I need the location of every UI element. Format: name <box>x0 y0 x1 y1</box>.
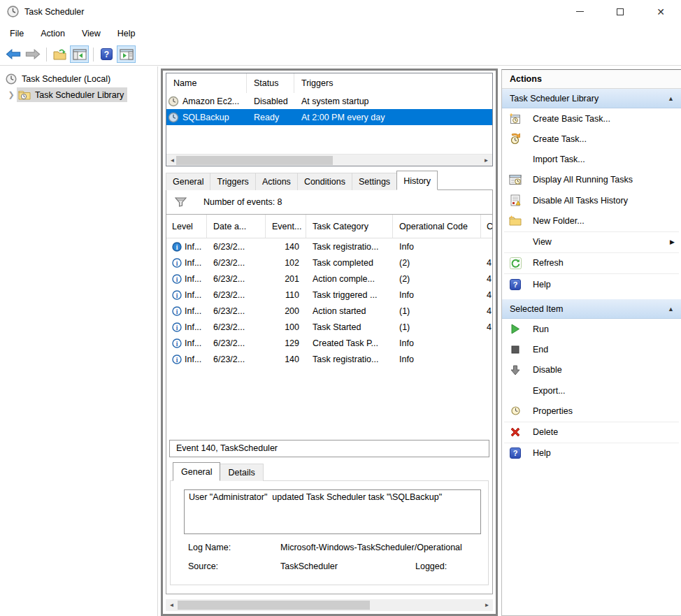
tab-conditions[interactable]: Conditions <box>297 173 352 190</box>
event-opcode: Info <box>393 242 481 252</box>
menu-view[interactable]: View <box>73 26 109 41</box>
column-header-status[interactable]: Status <box>247 73 294 93</box>
task-list-hscrollbar[interactable]: ◄ ► <box>166 154 492 166</box>
end-icon <box>509 343 522 356</box>
column-header-correlation[interactable]: C <box>481 215 492 238</box>
task-row-amazon[interactable]: Amazon Ec2... Disabled At system startup <box>166 93 492 109</box>
event-row[interactable]: iInf...6/23/2...110Task triggered ...Inf… <box>166 287 492 303</box>
menu-help[interactable]: Help <box>109 26 144 41</box>
task-triggers: At 2:00 PM every day <box>294 113 492 122</box>
tab-actions[interactable]: Actions <box>255 173 298 190</box>
scroll-right-arrow[interactable]: ► <box>480 155 492 166</box>
column-header-level[interactable]: Level <box>166 215 207 238</box>
log-name-label: Log Name: <box>188 543 280 552</box>
action-label: Display All Running Tasks <box>533 175 681 185</box>
show-console-tree-button[interactable] <box>70 45 89 63</box>
event-general-pane: User "Administrator" updated Task Schedu… <box>170 480 489 585</box>
event-date: 6/23/2... <box>207 274 266 284</box>
action-end[interactable]: End <box>502 340 681 360</box>
action-disable[interactable]: Disable <box>502 360 681 380</box>
column-header-task-category[interactable]: Task Category <box>306 215 393 238</box>
action-display-all-running-tasks[interactable]: Display All Running Tasks <box>502 170 681 190</box>
event-message-box[interactable]: User "Administrator" updated Task Schedu… <box>184 489 481 534</box>
tab-settings[interactable]: Settings <box>352 173 397 190</box>
expand-chevron-icon[interactable]: ❯ <box>6 90 17 99</box>
minimize-button[interactable] <box>559 0 600 23</box>
menu-action[interactable]: Action <box>32 26 73 41</box>
event-level: Inf... <box>185 242 201 252</box>
event-row[interactable]: iInf...6/23/2...129Created Task P...Info <box>166 335 492 351</box>
forward-button[interactable] <box>23 45 42 63</box>
task-scheduler-icon <box>6 73 17 85</box>
action-help[interactable]: ? Help <box>502 274 681 294</box>
event-row[interactable]: iInf...6/23/2...140Task registratio...In… <box>166 238 492 255</box>
action-help-selected[interactable]: ? Help <box>502 443 681 464</box>
action-label: Help <box>533 280 681 289</box>
action-label: Delete <box>533 427 681 437</box>
event-task-category: Action comple... <box>306 274 393 284</box>
maximize-button[interactable] <box>600 0 640 23</box>
tab-event-details[interactable]: Details <box>220 464 263 481</box>
submenu-arrow-icon: ▶ <box>670 238 681 245</box>
scroll-left-arrow[interactable]: ◄ <box>166 599 178 611</box>
tree-item-task-scheduler-local[interactable]: Task Scheduler (Local) <box>0 71 157 86</box>
event-row[interactable]: iInf...6/23/2...100Task Started(1)4 <box>166 319 492 335</box>
close-button[interactable]: ✕ <box>640 0 681 23</box>
collapse-arrow-icon[interactable]: ▲ <box>668 306 674 313</box>
scroll-right-arrow[interactable]: ► <box>481 599 493 611</box>
action-label: Disable All Tasks History <box>533 196 681 206</box>
column-header-triggers[interactable]: Triggers <box>294 73 492 93</box>
show-action-pane-button[interactable] <box>117 45 136 63</box>
action-disable-all-tasks-history[interactable]: Disable All Tasks History <box>502 190 681 210</box>
scroll-thumb[interactable] <box>176 156 333 165</box>
column-header-event-id[interactable]: Event... <box>266 215 306 238</box>
action-refresh[interactable]: Refresh <box>502 253 681 273</box>
event-row[interactable]: iInf...6/23/2...140Task registratio...In… <box>166 351 492 367</box>
tab-event-general[interactable]: General <box>173 462 220 481</box>
column-header-date[interactable]: Date a... <box>207 215 266 238</box>
console-hscrollbar[interactable]: ◄ ► <box>166 599 493 611</box>
event-row[interactable]: iInf...6/23/2...200Action started(1)4 <box>166 303 492 319</box>
task-icon <box>168 112 179 123</box>
action-import-task[interactable]: Import Task... <box>502 150 681 170</box>
properties-icon <box>509 405 522 417</box>
help-button[interactable]: ? <box>97 45 116 63</box>
filter-icon[interactable] <box>175 197 187 207</box>
menu-file[interactable]: File <box>1 26 32 41</box>
source-value: TaskScheduler <box>280 561 415 571</box>
action-view[interactable]: View ▶ <box>502 232 681 252</box>
section-header-selected-item[interactable]: Selected Item ▲ <box>502 299 681 319</box>
display-running-tasks-icon <box>509 173 522 186</box>
action-run[interactable]: Run <box>502 319 681 339</box>
tab-triggers[interactable]: Triggers <box>210 173 255 190</box>
back-button[interactable] <box>3 45 22 63</box>
event-row[interactable]: iInf...6/23/2...201Action comple...(2)4 <box>166 271 492 287</box>
export-list-button[interactable] <box>50 45 69 63</box>
create-task-icon <box>509 133 522 145</box>
action-label: Export... <box>533 386 681 396</box>
section-header-task-scheduler-library[interactable]: Task Scheduler Library ▲ <box>502 89 681 108</box>
tree-item-task-scheduler-library[interactable]: ❯ Task Scheduler Library <box>0 87 157 102</box>
action-create-basic-task[interactable]: Create Basic Task... <box>502 108 681 129</box>
column-header-operational-code[interactable]: Operational Code <box>393 215 481 238</box>
action-create-task[interactable]: Create Task... <box>502 129 681 149</box>
event-level: Inf... <box>185 322 201 332</box>
event-row[interactable]: iInf...6/23/2...102Task completed(2)4 <box>166 255 492 271</box>
task-row-sqlbackup[interactable]: SQLBackup Ready At 2:00 PM every day <box>166 109 492 125</box>
action-export[interactable]: Export... <box>502 380 681 401</box>
tab-general[interactable]: General <box>166 173 210 190</box>
event-id: 110 <box>266 290 306 300</box>
scroll-thumb[interactable] <box>178 601 370 610</box>
event-id: 102 <box>266 258 306 268</box>
collapse-arrow-icon[interactable]: ▲ <box>668 95 674 102</box>
tab-history[interactable]: History <box>396 171 438 190</box>
task-name: Amazon Ec2... <box>182 96 239 106</box>
action-new-folder[interactable]: New Folder... <box>502 210 681 231</box>
event-opcode: Info <box>393 354 481 364</box>
action-label: Create Task... <box>533 134 681 144</box>
action-delete[interactable]: Delete <box>502 422 681 443</box>
event-date: 6/23/2... <box>207 322 266 332</box>
column-header-name[interactable]: Name <box>166 73 247 93</box>
svg-text:i: i <box>176 243 178 250</box>
action-properties[interactable]: Properties <box>502 401 681 421</box>
